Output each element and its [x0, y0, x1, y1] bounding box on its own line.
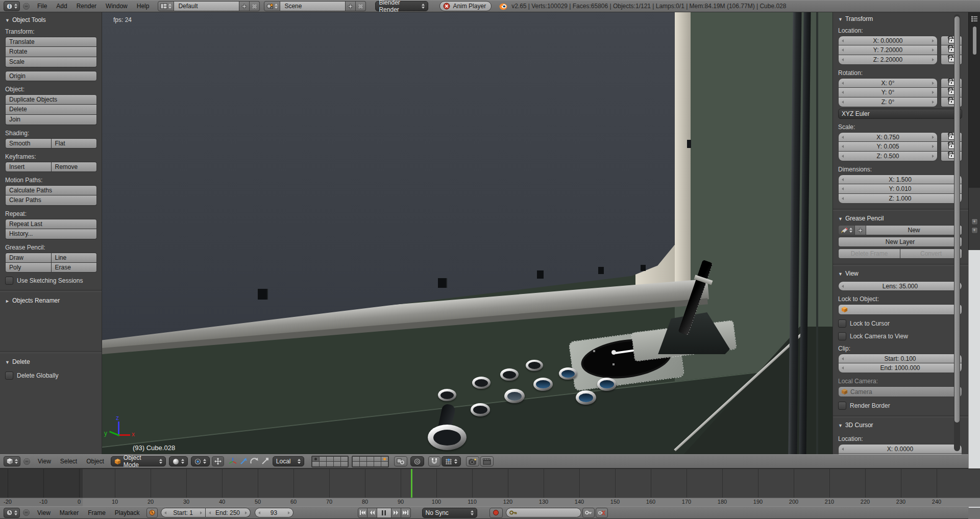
- join-button[interactable]: Join: [5, 115, 97, 125]
- viewport-shading-select[interactable]: [169, 456, 188, 466]
- auto-keyframe-toggle[interactable]: [489, 508, 503, 518]
- current-frame-field[interactable]: 93: [255, 508, 293, 517]
- editor-type-3dview-button[interactable]: [4, 456, 20, 466]
- plus-icon[interactable]: +: [971, 227, 978, 234]
- scene-browse-button[interactable]: [264, 1, 280, 11]
- editor-type-timeline-button[interactable]: [4, 508, 20, 518]
- add-scene-button[interactable]: [346, 1, 356, 11]
- menu-view[interactable]: View: [37, 509, 51, 516]
- layer-with-object[interactable]: [381, 457, 388, 461]
- insert-keyframe-button[interactable]: [582, 508, 595, 518]
- dimension-x-field[interactable]: X: 1.500: [838, 175, 962, 184]
- scale-z-field[interactable]: Z: 0.500: [838, 152, 938, 161]
- timeline-editor[interactable]: -20-100102030405060708090100110120130140…: [0, 468, 980, 507]
- screen-layout-name-input[interactable]: Default: [174, 1, 239, 11]
- panel-delete[interactable]: ▼Delete: [5, 358, 96, 365]
- lock-to-scene-toggle[interactable]: [394, 456, 407, 466]
- remove-keyframe-button[interactable]: Remove: [52, 162, 97, 172]
- snap-element-select[interactable]: [442, 456, 461, 466]
- scale-button[interactable]: Scale: [5, 57, 97, 67]
- use-preview-range-toggle[interactable]: [146, 508, 158, 518]
- jump-to-end-button[interactable]: [401, 508, 411, 518]
- gp-poly-button[interactable]: Poly: [5, 262, 52, 273]
- panel-3d-cursor[interactable]: ▼3D Cursor: [838, 422, 962, 429]
- scale-x-field[interactable]: X: 0.750: [838, 132, 938, 142]
- use-sketching-checkbox[interactable]: [5, 277, 13, 285]
- snap-toggle[interactable]: [428, 456, 440, 466]
- rotation-z-field[interactable]: Z: 0°: [838, 97, 938, 107]
- lens-field[interactable]: Lens: 35.000: [838, 281, 962, 291]
- location-y-field[interactable]: Y: 7.20000: [838, 45, 938, 55]
- history-button[interactable]: History...: [5, 229, 97, 239]
- rotate-manipulator-icon[interactable]: [250, 457, 259, 466]
- menu-view[interactable]: View: [38, 458, 51, 465]
- dimension-z-field[interactable]: Z: 1.000: [838, 194, 962, 204]
- menu-playback[interactable]: Playback: [115, 509, 140, 516]
- pause-button[interactable]: [377, 508, 391, 518]
- frame-start-field[interactable]: Start: 1: [161, 508, 206, 517]
- translate-manipulator-icon[interactable]: [239, 457, 248, 466]
- lock-camera-checkbox[interactable]: [838, 332, 846, 340]
- gp-delete-frame-button[interactable]: Delete Frame: [838, 249, 900, 259]
- smooth-button[interactable]: Smooth: [5, 138, 52, 149]
- panel-view[interactable]: ▼View: [838, 270, 962, 277]
- viewport-3d[interactable]: fps: 24 (93) Cube.028 z x y: [102, 12, 832, 454]
- dimension-y-field[interactable]: Y: 0.010: [838, 184, 962, 194]
- menu-frame[interactable]: Frame: [88, 509, 106, 516]
- keying-set-field[interactable]: [506, 508, 581, 517]
- local-camera-field[interactable]: Camera: [838, 386, 962, 397]
- render-engine-select[interactable]: Blender Render: [375, 1, 428, 11]
- render-border-checkbox[interactable]: [838, 402, 846, 410]
- menu-marker[interactable]: Marker: [60, 509, 79, 516]
- rotate-button[interactable]: Rotate: [5, 47, 97, 57]
- pivot-point-select[interactable]: [191, 456, 210, 466]
- menu-window[interactable]: Window: [106, 3, 128, 10]
- sync-mode-select[interactable]: No Sync: [422, 508, 477, 518]
- transform-orientation-select[interactable]: Local: [273, 456, 304, 466]
- delete-globally-checkbox[interactable]: [5, 372, 13, 380]
- layers-grid-2[interactable]: [352, 456, 389, 467]
- gp-new-layer-button[interactable]: New Layer: [838, 237, 962, 247]
- delete-scene-button[interactable]: [356, 1, 366, 11]
- editor-type-info-button[interactable]: [4, 1, 20, 11]
- calculate-paths-button[interactable]: Calculate Paths: [5, 185, 97, 195]
- menu-add[interactable]: Add: [56, 3, 67, 10]
- location-z-field[interactable]: Z: 2.20000: [838, 55, 938, 65]
- menu-render[interactable]: Render: [77, 3, 96, 10]
- repeat-last-button[interactable]: Repeat Last: [5, 219, 97, 229]
- timeline-playhead[interactable]: [411, 469, 412, 498]
- opengl-render-anim-button[interactable]: [480, 456, 494, 466]
- anim-player-button[interactable]: Anim Player: [439, 1, 492, 11]
- screen-layout-browse-button[interactable]: [158, 1, 174, 11]
- collapse-menus-icon[interactable]: [23, 509, 30, 516]
- cursor-x-field[interactable]: X: 0.0000: [838, 444, 962, 454]
- duplicate-objects-button[interactable]: Duplicate Objects: [5, 94, 97, 105]
- rotation-y-field[interactable]: Y: 0°: [838, 88, 938, 97]
- delete-screen-layout-button[interactable]: [250, 1, 260, 11]
- panel-objects-renamer[interactable]: ►Objects Renamer: [5, 297, 96, 304]
- prev-keyframe-button[interactable]: [368, 508, 377, 518]
- menu-file[interactable]: File: [37, 3, 47, 10]
- add-screen-layout-button[interactable]: [239, 1, 250, 11]
- scale-y-field[interactable]: Y: 0.005: [838, 142, 938, 152]
- scene-name-input[interactable]: Scene: [280, 1, 346, 11]
- lock-to-object-field[interactable]: [838, 304, 962, 315]
- scale-manipulator-icon[interactable]: [260, 457, 270, 466]
- panel-transform[interactable]: ▼Transform: [838, 15, 962, 22]
- plus-icon[interactable]: +: [971, 218, 978, 225]
- layers-grid-1[interactable]: [311, 456, 349, 467]
- proportional-edit-select[interactable]: [410, 456, 424, 466]
- timeline-ruler[interactable]: -20-100102030405060708090100110120130140…: [0, 498, 980, 507]
- translate-button[interactable]: Translate: [5, 37, 97, 47]
- frame-end-field[interactable]: End: 250: [206, 508, 251, 517]
- collapse-menus-icon[interactable]: [23, 458, 30, 465]
- jump-to-start-button[interactable]: [358, 508, 368, 518]
- next-keyframe-button[interactable]: [391, 508, 401, 518]
- gp-erase-button[interactable]: Erase: [52, 262, 97, 273]
- clip-start-field[interactable]: Start: 0.100: [838, 354, 962, 363]
- grease-add-button[interactable]: [855, 225, 866, 235]
- panel-grease-pencil[interactable]: ▼Grease Pencil: [838, 215, 962, 222]
- insert-keyframe-button[interactable]: Insert: [5, 162, 52, 172]
- manipulator-toggle[interactable]: [212, 456, 224, 466]
- gp-new-button[interactable]: New: [866, 225, 962, 235]
